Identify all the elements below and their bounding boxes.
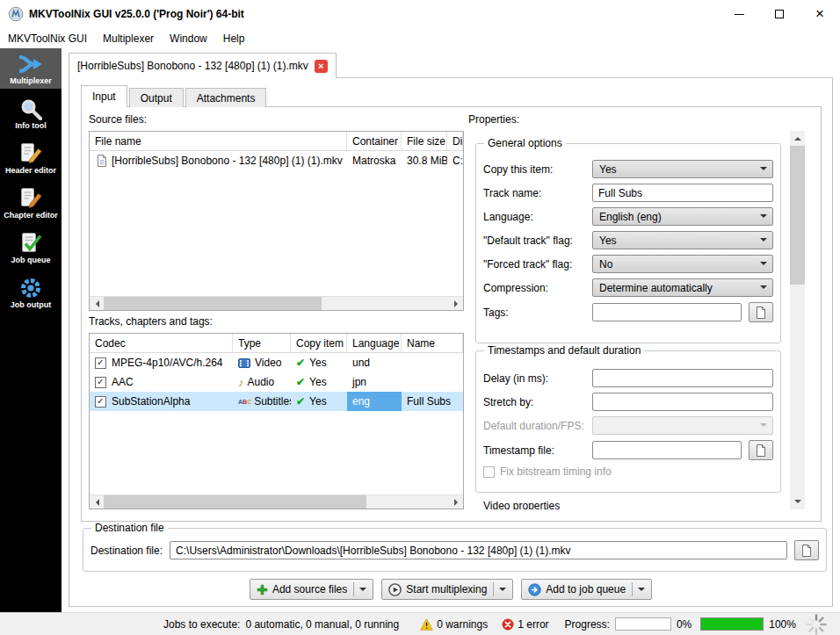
copy-this-item-select[interactable]: Yes <box>592 160 773 178</box>
errors-count[interactable]: 1 error <box>518 618 548 631</box>
destination-group: Destination file Destination file: <box>83 528 827 572</box>
delay-input[interactable] <box>592 369 773 387</box>
tab-output[interactable]: Output <box>129 88 184 107</box>
close-button[interactable]: × <box>800 0 840 28</box>
menubar: MKVToolNix GUI Multiplexer Window Help <box>0 28 840 48</box>
track-checkbox[interactable]: ✓ <box>95 377 106 388</box>
scrollbar-track[interactable] <box>104 297 449 310</box>
error-icon <box>502 618 514 631</box>
play-circle-icon <box>388 583 402 596</box>
track-checkbox[interactable]: ✓ <box>95 396 106 408</box>
compression-select[interactable]: Determine automatically <box>592 278 773 297</box>
scrollbar-thumb[interactable] <box>104 495 366 509</box>
source-files-hscrollbar[interactable] <box>90 296 463 310</box>
column-header-file-name[interactable]: File name <box>90 132 347 150</box>
sidebar-item-label: Multiplexer <box>10 76 52 85</box>
scroll-down-icon[interactable] <box>790 494 805 509</box>
timestamp-file-browse-button[interactable] <box>749 440 773 460</box>
forced-track-flag-select[interactable]: No <box>592 255 773 273</box>
name-cell: Full Subs <box>402 392 463 411</box>
scroll-right-icon[interactable] <box>449 495 463 509</box>
button-label: Add to job queue <box>546 583 626 595</box>
tracks-hscrollbar[interactable] <box>90 494 463 509</box>
copy-item-cell: ✔ Yes <box>291 372 347 392</box>
timestamp-file-input[interactable] <box>592 441 742 459</box>
menu-mkvtoolnix-gui[interactable]: MKVToolNix GUI <box>0 30 95 47</box>
field-label: "Forced track" flag: <box>483 258 592 271</box>
scroll-up-icon[interactable] <box>790 131 805 146</box>
track-row-audio[interactable]: ✓ AAC ♪ Audio ✔ Yes jpn <box>90 372 463 392</box>
tags-input[interactable] <box>592 303 742 321</box>
stretch-by-input[interactable] <box>592 393 773 411</box>
sidebar-item-label: Chapter editor <box>4 211 58 220</box>
sidebar-item-header-editor[interactable]: Header editor <box>0 138 62 178</box>
scroll-right-icon[interactable] <box>449 297 463 311</box>
add-source-files-button[interactable]: Add source files <box>250 579 373 600</box>
scrollbar-track[interactable] <box>104 495 449 509</box>
file-name-text: [HorribleSubs] Bonobono - 132 [480p] (1)… <box>112 155 343 167</box>
sidebar-item-info-tool[interactable]: Info tool <box>0 93 62 133</box>
codec-text: MPEG-4p10/AVC/h.264 <box>112 357 223 369</box>
column-header-copy-item[interactable]: Copy item <box>291 334 347 352</box>
menu-window[interactable]: Window <box>162 30 215 47</box>
scroll-left-icon[interactable] <box>90 495 104 509</box>
check-icon: ✔ <box>296 357 305 369</box>
sidebar-item-chapter-editor[interactable]: Chapter editor <box>0 183 62 223</box>
column-header-codec[interactable]: Codec <box>90 334 233 352</box>
language-cell-current[interactable]: eng <box>347 392 402 411</box>
minimize-icon <box>735 14 744 15</box>
column-header-language[interactable]: Language <box>347 334 402 352</box>
properties-label: Properties: <box>468 113 519 126</box>
tab-attachments[interactable]: Attachments <box>185 88 267 107</box>
column-header-file-size[interactable]: File size <box>402 132 447 150</box>
warnings-count[interactable]: 0 warnings <box>437 618 488 631</box>
sidebar-item-job-output[interactable]: Job output <box>0 272 62 313</box>
maximize-button[interactable] <box>759 0 800 28</box>
track-row-subtitles[interactable]: ✓ SubStationAlpha ABC Subtitles ✔ Yes en… <box>90 392 463 411</box>
track-row-video[interactable]: ✓ MPEG-4p10/AVC/h.264 Video <box>90 353 463 372</box>
default-track-flag-select[interactable]: Yes <box>592 231 773 249</box>
type-cell: ♪ Audio <box>233 372 291 392</box>
sidebar: Multiplexer Info tool Header editor <box>0 48 62 612</box>
plus-icon <box>257 584 268 595</box>
sidebar-item-multiplexer[interactable]: Multiplexer <box>0 48 62 89</box>
menu-help[interactable]: Help <box>215 30 253 47</box>
destination-file-input[interactable] <box>170 541 787 559</box>
track-name-input[interactable] <box>592 184 773 202</box>
general-options-group: General options Copy this item: Yes Trac… <box>475 143 781 343</box>
column-header-type[interactable]: Type <box>233 334 291 352</box>
field-label: Language: <box>483 211 592 223</box>
scrollbar-thumb[interactable] <box>790 146 805 285</box>
combo-value: Determine automatically <box>599 282 713 294</box>
scroll-left-icon[interactable] <box>90 297 104 311</box>
destination-browse-button[interactable] <box>794 540 819 560</box>
tags-browse-button[interactable] <box>749 302 773 322</box>
name-cell <box>402 372 463 392</box>
field-label: Copy this item: <box>483 163 592 176</box>
type-text: Audio <box>248 376 275 388</box>
column-header-name[interactable]: Name <box>402 334 463 352</box>
tab-input[interactable]: Input <box>81 85 127 107</box>
add-to-job-queue-button[interactable]: Add to job queue <box>521 579 652 600</box>
properties-scrollbar[interactable] <box>790 131 805 509</box>
column-header-container[interactable]: Container <box>347 132 402 150</box>
file-tab[interactable]: [HorribleSubs] Bonobono - 132 [480p] (1)… <box>69 53 337 78</box>
field-label: Stretch by: <box>483 396 592 408</box>
source-file-row[interactable]: [HorribleSubs] Bonobono - 132 [480p] (1)… <box>90 151 463 170</box>
chevron-down-icon <box>760 214 767 221</box>
close-tab-icon[interactable]: × <box>315 60 328 73</box>
main-area: [HorribleSubs] Bonobono - 132 [480p] (1)… <box>62 48 840 612</box>
menu-multiplexer[interactable]: Multiplexer <box>95 30 162 47</box>
field-label: Tags: <box>483 307 592 319</box>
track-checkbox[interactable]: ✓ <box>95 357 106 369</box>
field-label: Compression: <box>483 282 592 294</box>
minimize-button[interactable] <box>719 0 759 28</box>
warning-icon <box>420 618 433 631</box>
total-progress-value: 100% <box>769 618 796 631</box>
sidebar-item-job-queue[interactable]: Job queue <box>0 227 62 268</box>
scrollbar-thumb[interactable] <box>104 297 322 310</box>
fix-bitstream-checkbox[interactable] <box>483 466 495 478</box>
language-select[interactable]: English (eng) <box>592 207 773 226</box>
start-multiplexing-button[interactable]: Start multiplexing <box>381 579 513 600</box>
column-header-directory[interactable]: Di <box>447 132 463 150</box>
